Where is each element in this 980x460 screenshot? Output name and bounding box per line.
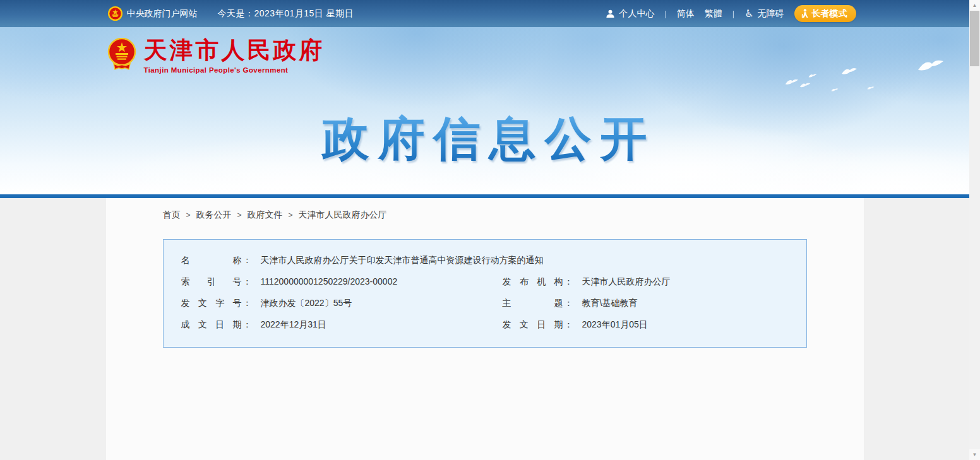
page-title: 政府信息公开: [106, 108, 864, 171]
colon: ：: [565, 298, 573, 309]
content-container: 首页 > 政务公开 > 政府文件 > 天津市人民政府办公厅 名称： 天津市人民政…: [106, 198, 864, 460]
breadcrumb-separator: >: [289, 211, 293, 220]
dove-icon: [917, 57, 945, 76]
colon: ：: [243, 319, 252, 331]
current-date: 今天是：2023年01月15日 星期日: [218, 8, 354, 20]
dove-icon: [808, 73, 817, 79]
elder-person-icon: [801, 9, 809, 18]
traditional-chinese-link[interactable]: 繁體: [705, 8, 722, 20]
dove-icon: [799, 81, 811, 89]
metadata-row-dates: 成文日期： 2022年12月31日 发文日期： 2023年01月05日: [164, 314, 806, 336]
metadata-row-index: 索引号： 111200000001250229/2023-00002 发布机构：…: [164, 271, 806, 293]
colon: ：: [243, 298, 252, 309]
breadcrumb-zhengwu-gongkai[interactable]: 政务公开: [196, 209, 232, 221]
metadata-row-title: 名称： 天津市人民政府办公厅关于印发天津市普通高中资源建设行动方案的通知: [164, 250, 806, 271]
main-background: 首页 > 政务公开 > 政府文件 > 天津市人民政府办公厅 名称： 天津市人民政…: [0, 198, 969, 460]
scrollbar-thumb[interactable]: [970, 11, 979, 66]
site-name: 天津市人民政府: [144, 38, 325, 64]
field-value-subject: 教育\基础教育: [582, 298, 638, 309]
simplified-label: 简体: [677, 8, 695, 20]
wheelchair-icon: ♿: [744, 9, 753, 19]
separator: |: [664, 9, 666, 18]
elder-mode-button[interactable]: 长者模式: [794, 5, 856, 22]
field-label-written-date: 成文日期: [181, 319, 242, 331]
dove-icon: [785, 78, 799, 86]
document-metadata-box: 名称： 天津市人民政府办公厅关于印发天津市普通高中资源建设行动方案的通知 索引号…: [163, 239, 807, 348]
national-emblem-icon: [107, 6, 123, 21]
field-value-name: 天津市人民政府办公厅关于印发天津市普通高中资源建设行动方案的通知: [261, 255, 544, 266]
accessibility-label: 无障碍: [758, 8, 784, 20]
site-name-english: Tianjin Municipal People's Government: [144, 66, 325, 74]
breadcrumb-home[interactable]: 首页: [163, 209, 181, 221]
field-value-index-number: 111200000001250229/2023-00002: [261, 276, 398, 286]
central-gov-portal-link[interactable]: 中央政府门户网站: [107, 6, 198, 21]
simplified-chinese-link[interactable]: 简体: [677, 8, 695, 20]
dove-icon: [867, 85, 875, 91]
field-value-document-number: 津政办发〔2022〕55号: [261, 298, 352, 309]
accessibility-link[interactable]: ♿ 无障碍: [744, 8, 784, 20]
vertical-scrollbar[interactable]: ▲ ▼: [969, 0, 980, 460]
separator: |: [732, 9, 734, 18]
breadcrumb-separator: >: [186, 211, 191, 220]
site-banner: 天津市人民政府 Tianjin Municipal People's Gover…: [0, 27, 969, 194]
field-label-publish-date: 发文日期: [503, 319, 563, 331]
user-icon: [606, 9, 615, 18]
colon: ：: [565, 319, 573, 331]
field-value-issuing-agency: 天津市人民政府办公厅: [582, 276, 671, 288]
scrollbar-down-button[interactable]: ▼: [969, 449, 980, 460]
field-label-name: 名称: [181, 255, 242, 266]
field-label-document-number: 发文字号: [181, 298, 242, 309]
national-emblem-logo: [107, 38, 136, 77]
breadcrumb: 首页 > 政务公开 > 政府文件 > 天津市人民政府办公厅: [163, 209, 864, 221]
breadcrumb-gov-documents[interactable]: 政府文件: [248, 209, 283, 221]
personal-center-label: 个人中心: [619, 8, 654, 20]
elder-mode-label: 长者模式: [812, 8, 847, 20]
central-gov-portal-label: 中央政府门户网站: [127, 8, 198, 20]
field-value-publish-date: 2023年01月05日: [582, 319, 648, 331]
field-label-subject: 主题: [503, 298, 563, 309]
field-value-written-date: 2022年12月31日: [261, 319, 326, 331]
top-utility-bar: 中央政府门户网站 今天是：2023年01月15日 星期日 个人中心 | 简体 繁…: [0, 0, 969, 27]
traditional-label: 繁體: [705, 8, 722, 20]
scrollbar-up-button[interactable]: ▲: [969, 0, 980, 11]
breadcrumb-current: 天津市人民政府办公厅: [299, 209, 387, 221]
colon: ：: [565, 276, 573, 288]
field-label-issuing-agency: 发布机构: [503, 276, 563, 288]
metadata-row-docnumber: 发文字号： 津政办发〔2022〕55号 主题： 教育\基础教育: [164, 293, 806, 314]
personal-center-link[interactable]: 个人中心: [606, 8, 654, 20]
dove-icon: [831, 87, 839, 93]
dove-icon: [841, 66, 858, 76]
breadcrumb-separator: >: [237, 211, 242, 220]
colon: ：: [243, 276, 252, 288]
field-label-index-number: 索引号: [181, 276, 242, 288]
site-logo-link[interactable]: 天津市人民政府 Tianjin Municipal People's Gover…: [107, 38, 325, 77]
colon: ：: [243, 255, 252, 266]
